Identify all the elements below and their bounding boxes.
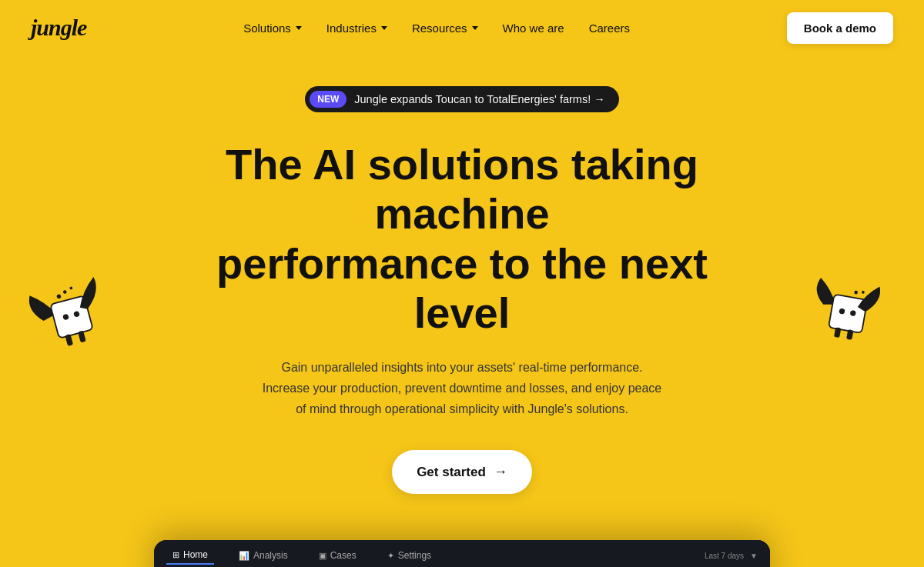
- svg-point-11: [854, 290, 858, 294]
- highlighted-word: solutions: [368, 140, 560, 188]
- nav-item-resources[interactable]: Resources: [401, 15, 489, 41]
- hero-subheadline: Gain unparalleled insights into your ass…: [262, 357, 662, 420]
- svg-rect-6: [65, 334, 73, 346]
- dashboard-tab-settings[interactable]: ✦ Settings: [381, 547, 437, 564]
- home-icon: ⊞: [172, 550, 179, 560]
- arrow-right-icon: →: [494, 464, 507, 480]
- dashboard-tab-cases[interactable]: ▣ Cases: [313, 547, 363, 564]
- svg-rect-7: [78, 331, 86, 343]
- cases-icon: ▣: [319, 551, 326, 561]
- time-filter-icon[interactable]: ▼: [750, 552, 758, 560]
- svg-point-4: [62, 290, 67, 295]
- nav-links: Solutions Industries Resources Who we ar…: [233, 15, 641, 41]
- svg-rect-8: [829, 295, 868, 334]
- announcement-banner[interactable]: NEW Jungle expands Toucan to TotalEnergi…: [305, 86, 618, 112]
- announcement-text: Jungle expands Toucan to TotalEnergies' …: [354, 93, 604, 105]
- chevron-down-icon: [296, 26, 302, 30]
- chevron-down-icon: [472, 26, 478, 30]
- nav-item-solutions[interactable]: Solutions: [233, 15, 313, 41]
- hero-section: NEW Jungle expands Toucan to TotalEnergi…: [0, 55, 924, 567]
- nav-item-industries[interactable]: Industries: [316, 15, 398, 41]
- nav-item-who-we-are[interactable]: Who we are: [492, 15, 575, 41]
- analysis-icon: 📊: [239, 551, 249, 561]
- announcement-badge: NEW: [310, 91, 346, 108]
- book-demo-button[interactable]: Book a demo: [787, 12, 893, 44]
- svg-point-5: [69, 286, 72, 289]
- dashboard-tab-home[interactable]: ⊞ Home: [166, 546, 214, 565]
- mascot-right: [801, 271, 901, 351]
- nav-item-careers[interactable]: Careers: [578, 15, 641, 41]
- mascot-left: [23, 271, 123, 351]
- dashboard-topbar: ⊞ Home 📊 Analysis ▣ Cases ✦ Settings Las…: [154, 540, 770, 567]
- svg-point-3: [56, 294, 62, 299]
- hero-headline: The AI solutions taking machineperforman…: [185, 140, 739, 339]
- get-started-button[interactable]: Get started →: [392, 450, 532, 494]
- chevron-down-icon: [381, 26, 387, 30]
- navbar: jungle Solutions Industries Resources Wh…: [0, 0, 924, 55]
- settings-icon: ✦: [387, 551, 394, 561]
- logo[interactable]: jungle: [31, 15, 86, 41]
- svg-point-12: [862, 291, 865, 294]
- dashboard-preview: ⊞ Home 📊 Analysis ▣ Cases ✦ Settings Las…: [154, 540, 770, 567]
- dashboard-tab-analysis[interactable]: 📊 Analysis: [233, 547, 294, 564]
